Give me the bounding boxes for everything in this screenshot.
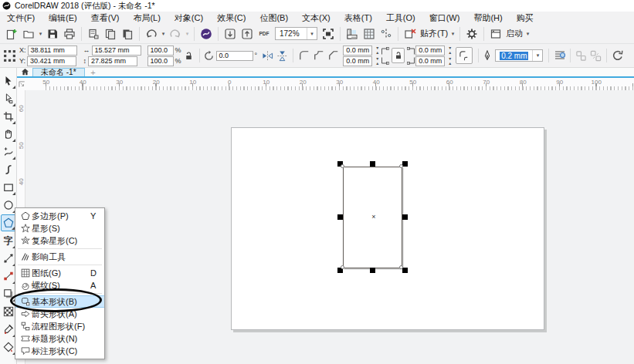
- pick-tool[interactable]: [1, 72, 16, 89]
- flyout-item-impact-tool[interactable]: 影响工具: [15, 251, 104, 263]
- publish-to-pdf-button[interactable]: PDF: [256, 25, 273, 42]
- print-button[interactable]: [61, 25, 78, 42]
- stepper[interactable]: ▾▴: [374, 56, 381, 66]
- stepper-up-icon[interactable]: ▴: [446, 50, 453, 55]
- link-corners-button[interactable]: [392, 48, 405, 63]
- paste-button[interactable]: [119, 25, 136, 42]
- scale-x-field[interactable]: 100.0: [147, 46, 174, 56]
- x-position-field[interactable]: 38.811 mm: [28, 46, 77, 56]
- corner-radius-bl-field[interactable]: 0.0 mm: [343, 56, 372, 66]
- selection-handle-e[interactable]: [402, 214, 408, 220]
- welcome-screen-button[interactable]: [198, 25, 215, 42]
- rectangle-corner-node[interactable]: [399, 164, 403, 168]
- stepper-up-icon[interactable]: ▴: [446, 61, 453, 66]
- show-guidelines-button[interactable]: [378, 25, 395, 42]
- redo-button[interactable]: [167, 25, 184, 42]
- menu-tools[interactable]: 工具(O): [379, 12, 422, 25]
- show-rulers-button[interactable]: [344, 25, 361, 42]
- menu-buy[interactable]: 购买: [510, 12, 541, 25]
- menu-file[interactable]: 文件(F): [0, 12, 42, 25]
- relative-corner-scaling-button[interactable]: [456, 47, 473, 64]
- open-document-button[interactable]: [20, 25, 37, 42]
- ungroup-objects-button[interactable]: [588, 47, 603, 64]
- redo-dropdown-arrow-icon[interactable]: ▾: [184, 31, 191, 37]
- group-objects-button[interactable]: [574, 47, 588, 64]
- wrap-text-button[interactable]: [552, 47, 567, 64]
- stepper[interactable]: ▾▴: [374, 46, 381, 55]
- menu-view[interactable]: 查看(V): [84, 12, 127, 25]
- shape-tool[interactable]: [1, 90, 16, 107]
- flyout-item-basic-shapes[interactable]: 基本形状(B): [15, 295, 104, 308]
- menu-bitmaps[interactable]: 位图(B): [253, 12, 295, 25]
- freehand-tool[interactable]: [1, 143, 16, 160]
- menu-window[interactable]: 窗口(W): [422, 12, 467, 25]
- flyout-item-callout-shapes[interactable]: 标注形状(C): [15, 345, 104, 357]
- mirror-horizontal-button[interactable]: [260, 47, 275, 64]
- menu-edit[interactable]: 编辑(E): [42, 12, 84, 25]
- selection-handle-w[interactable]: [337, 214, 343, 220]
- ellipse-tool[interactable]: [1, 197, 16, 214]
- ruler-origin-corner[interactable]: [17, 78, 26, 90]
- flyout-item-polygon[interactable]: 多边形(P) Y: [15, 210, 104, 222]
- corner-radius-tl-field[interactable]: 0.0 mm: [343, 46, 372, 56]
- stepper-up-icon[interactable]: ▴: [374, 50, 381, 55]
- menu-effects[interactable]: 效果(C): [210, 12, 253, 25]
- rectangle-corner-node[interactable]: [399, 265, 403, 269]
- menu-layout[interactable]: 布局(L): [126, 12, 167, 25]
- flyout-item-banner-shapes[interactable]: 标题形状(N): [15, 332, 104, 345]
- menu-table[interactable]: 表格(T): [337, 12, 379, 25]
- selection-handle-ne[interactable]: [402, 161, 408, 167]
- chamfered-corner-button[interactable]: [326, 47, 341, 64]
- save-button[interactable]: [44, 25, 61, 42]
- show-grid-button[interactable]: [361, 25, 378, 42]
- rectangle-tool[interactable]: [1, 179, 16, 196]
- horizontal-ruler[interactable]: 50403020100102030405060708090100: [17, 78, 634, 90]
- menu-object[interactable]: 对象(C): [168, 12, 210, 25]
- fullscreen-preview-button[interactable]: [320, 25, 337, 42]
- scalloped-corner-button[interactable]: [311, 47, 326, 64]
- scale-y-field[interactable]: 100.0: [147, 56, 174, 66]
- snap-off-button[interactable]: [402, 25, 419, 42]
- y-position-field[interactable]: 30.421 mm: [27, 56, 76, 66]
- selection-handle-s[interactable]: [370, 268, 375, 273]
- lock-ratio-button[interactable]: [181, 47, 196, 64]
- transparency-tool[interactable]: [1, 303, 16, 320]
- zoom-dropdown-button[interactable]: ▾: [307, 28, 317, 39]
- rectangle-corner-node[interactable]: [341, 265, 344, 269]
- export-button[interactable]: [239, 25, 256, 42]
- undo-button[interactable]: [143, 25, 160, 42]
- flyout-item-complex-star[interactable]: 复杂星形(C): [15, 234, 104, 247]
- artistic-media-tool[interactable]: [1, 161, 16, 178]
- document-tab-active[interactable]: 未命名 -1*: [32, 68, 85, 76]
- snap-dropdown-arrow-icon[interactable]: ▾: [449, 31, 456, 37]
- flyout-item-spiral[interactable]: 螺纹(S) A: [15, 279, 104, 292]
- launch-button[interactable]: [487, 25, 504, 42]
- flyout-item-arrow-shapes[interactable]: 箭头形状(A): [15, 308, 104, 320]
- zoom-level-combo[interactable]: 172% ▾: [275, 27, 317, 40]
- corner-radius-tr-field[interactable]: 0.0 mm: [415, 46, 445, 56]
- dimension-tool[interactable]: [1, 250, 16, 267]
- text-tool[interactable]: 字: [1, 232, 16, 249]
- convert-to-curves-button[interactable]: [610, 47, 625, 64]
- rotation-angle-field[interactable]: 0.0: [216, 51, 253, 61]
- object-width-field[interactable]: 15.527 mm: [92, 46, 141, 56]
- selection-center-mark[interactable]: ×: [370, 213, 378, 221]
- menu-help[interactable]: 帮助(H): [466, 12, 509, 25]
- selection-handle-se[interactable]: [402, 268, 408, 273]
- zoom-level-value[interactable]: 172%: [276, 29, 307, 38]
- options-button[interactable]: [463, 25, 480, 42]
- welcome-tab-button[interactable]: [17, 68, 32, 76]
- menu-text[interactable]: 文本(X): [295, 12, 337, 25]
- crop-tool[interactable]: [1, 108, 16, 125]
- undo-dropdown-arrow-icon[interactable]: ▾: [160, 31, 167, 37]
- open-dropdown-arrow-icon[interactable]: ▾: [37, 31, 44, 37]
- cut-button[interactable]: [85, 25, 102, 42]
- new-tab-button[interactable]: +: [85, 68, 102, 76]
- object-height-field[interactable]: 27.825 mm: [88, 56, 137, 66]
- selection-handle-n[interactable]: [370, 161, 375, 167]
- outline-width-value[interactable]: 0.2 mm: [500, 52, 528, 60]
- connector-tool[interactable]: [1, 268, 16, 285]
- new-document-button[interactable]: [3, 25, 20, 42]
- rectangle-corner-node[interactable]: [341, 164, 344, 168]
- launch-label[interactable]: 启动: [504, 28, 524, 39]
